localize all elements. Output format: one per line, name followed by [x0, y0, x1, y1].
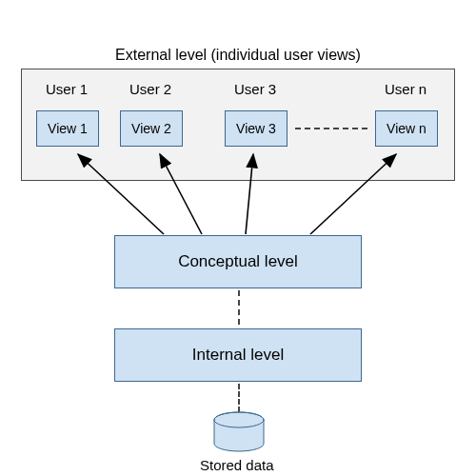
- user-label-n: User n: [385, 81, 426, 97]
- internal-level-box: Internal level: [114, 328, 362, 382]
- view-label-n: View n: [387, 121, 426, 136]
- internal-storage-dash: [238, 384, 240, 412]
- user-label-3: User 3: [234, 81, 276, 97]
- conceptual-internal-dash: [238, 290, 240, 325]
- view-label-1: View 1: [48, 121, 88, 136]
- user-label-1: User 1: [46, 81, 88, 97]
- external-level-title: External level (individual user views): [0, 47, 476, 64]
- view-box-n: View n: [375, 110, 438, 147]
- cylinder-icon: [212, 411, 266, 453]
- view-label-3: View 3: [236, 121, 276, 136]
- view-box-2: View 2: [120, 110, 183, 147]
- conceptual-level-label: Conceptual level: [178, 252, 298, 271]
- internal-level-label: Internal level: [192, 346, 284, 365]
- user-label-2: User 2: [129, 81, 171, 97]
- view-box-1: View 1: [36, 110, 99, 147]
- diagram-canvas: External level (individual user views) U…: [0, 0, 476, 476]
- stored-data-label: Stored data: [200, 457, 274, 473]
- view-label-2: View 2: [131, 121, 171, 136]
- view-box-3: View 3: [225, 110, 288, 147]
- ellipsis-dash: [295, 128, 367, 129]
- conceptual-level-box: Conceptual level: [114, 235, 362, 288]
